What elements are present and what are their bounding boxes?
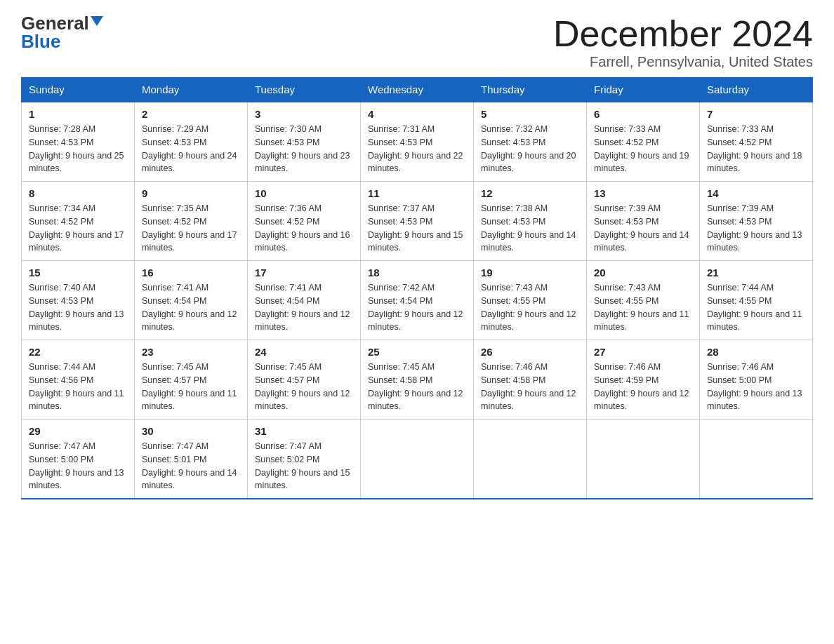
calendar-day-cell: 27Sunrise: 7:46 AMSunset: 4:59 PMDayligh… — [587, 340, 700, 420]
day-number: 20 — [594, 267, 692, 279]
calendar-subtitle: Farrell, Pennsylvania, United States — [553, 54, 813, 70]
day-number: 11 — [368, 187, 466, 199]
calendar-day-cell: 25Sunrise: 7:45 AMSunset: 4:58 PMDayligh… — [361, 340, 474, 420]
calendar-day-cell: 5Sunrise: 7:32 AMSunset: 4:53 PMDaylight… — [474, 102, 587, 182]
day-number: 28 — [707, 346, 805, 358]
day-of-week-header: Sunday — [22, 78, 135, 102]
day-number: 22 — [29, 346, 127, 358]
logo-general-text: General — [21, 14, 89, 32]
day-info: Sunrise: 7:44 AMSunset: 4:55 PMDaylight:… — [707, 281, 805, 334]
day-number: 18 — [368, 267, 466, 279]
day-number: 12 — [481, 187, 579, 199]
calendar-day-cell: 2Sunrise: 7:29 AMSunset: 4:53 PMDaylight… — [135, 102, 248, 182]
day-info: Sunrise: 7:42 AMSunset: 4:54 PMDaylight:… — [368, 281, 466, 334]
calendar-week-row: 22Sunrise: 7:44 AMSunset: 4:56 PMDayligh… — [22, 340, 813, 420]
day-of-week-header: Tuesday — [248, 78, 361, 102]
calendar-header: SundayMondayTuesdayWednesdayThursdayFrid… — [22, 78, 813, 102]
logo-blue-text: Blue — [21, 32, 60, 51]
day-info: Sunrise: 7:34 AMSunset: 4:52 PMDaylight:… — [29, 202, 127, 255]
day-info: Sunrise: 7:46 AMSunset: 5:00 PMDaylight:… — [707, 361, 805, 413]
calendar-day-cell: 13Sunrise: 7:39 AMSunset: 4:53 PMDayligh… — [587, 182, 700, 261]
day-number: 10 — [255, 187, 353, 199]
day-info: Sunrise: 7:35 AMSunset: 4:52 PMDaylight:… — [142, 202, 240, 255]
day-number: 25 — [368, 346, 466, 358]
day-number: 2 — [142, 108, 240, 120]
calendar-day-cell: 23Sunrise: 7:45 AMSunset: 4:57 PMDayligh… — [135, 340, 248, 420]
day-info: Sunrise: 7:47 AMSunset: 5:01 PMDaylight:… — [142, 440, 240, 492]
calendar-day-cell: 29Sunrise: 7:47 AMSunset: 5:00 PMDayligh… — [22, 420, 135, 499]
calendar-day-cell: 9Sunrise: 7:35 AMSunset: 4:52 PMDaylight… — [135, 182, 248, 261]
day-info: Sunrise: 7:33 AMSunset: 4:52 PMDaylight:… — [707, 123, 805, 175]
calendar-day-cell: 22Sunrise: 7:44 AMSunset: 4:56 PMDayligh… — [22, 340, 135, 420]
calendar-day-cell: 26Sunrise: 7:46 AMSunset: 4:58 PMDayligh… — [474, 340, 587, 420]
day-number: 16 — [142, 267, 240, 279]
day-info: Sunrise: 7:39 AMSunset: 4:53 PMDaylight:… — [594, 202, 692, 255]
day-number: 17 — [255, 267, 353, 279]
day-info: Sunrise: 7:28 AMSunset: 4:53 PMDaylight:… — [29, 123, 127, 175]
calendar-day-cell — [700, 420, 813, 499]
day-info: Sunrise: 7:29 AMSunset: 4:53 PMDaylight:… — [142, 123, 240, 175]
title-area: December 2024 Farrell, Pennsylvania, Uni… — [553, 14, 813, 70]
logo-triangle-icon — [91, 16, 103, 26]
day-number: 5 — [481, 108, 579, 120]
calendar-day-cell: 16Sunrise: 7:41 AMSunset: 4:54 PMDayligh… — [135, 261, 248, 340]
day-info: Sunrise: 7:45 AMSunset: 4:57 PMDaylight:… — [255, 361, 353, 413]
calendar-day-cell: 15Sunrise: 7:40 AMSunset: 4:53 PMDayligh… — [22, 261, 135, 340]
day-info: Sunrise: 7:39 AMSunset: 4:53 PMDaylight:… — [707, 202, 805, 255]
calendar-day-cell: 7Sunrise: 7:33 AMSunset: 4:52 PMDaylight… — [700, 102, 813, 182]
day-number: 19 — [481, 267, 579, 279]
calendar-day-cell: 11Sunrise: 7:37 AMSunset: 4:53 PMDayligh… — [361, 182, 474, 261]
day-info: Sunrise: 7:43 AMSunset: 4:55 PMDaylight:… — [594, 281, 692, 334]
calendar-day-cell: 18Sunrise: 7:42 AMSunset: 4:54 PMDayligh… — [361, 261, 474, 340]
calendar-day-cell: 14Sunrise: 7:39 AMSunset: 4:53 PMDayligh… — [700, 182, 813, 261]
logo: General Blue — [21, 14, 103, 51]
day-info: Sunrise: 7:30 AMSunset: 4:53 PMDaylight:… — [255, 123, 353, 175]
calendar-day-cell: 24Sunrise: 7:45 AMSunset: 4:57 PMDayligh… — [248, 340, 361, 420]
page-header: General Blue December 2024 Farrell, Penn… — [21, 14, 813, 70]
day-number: 14 — [707, 187, 805, 199]
day-number: 23 — [142, 346, 240, 358]
calendar-day-cell: 20Sunrise: 7:43 AMSunset: 4:55 PMDayligh… — [587, 261, 700, 340]
calendar-day-cell — [587, 420, 700, 499]
day-number: 29 — [29, 425, 127, 437]
calendar-week-row: 29Sunrise: 7:47 AMSunset: 5:00 PMDayligh… — [22, 420, 813, 499]
day-number: 15 — [29, 267, 127, 279]
day-info: Sunrise: 7:32 AMSunset: 4:53 PMDaylight:… — [481, 123, 579, 175]
calendar-day-cell — [361, 420, 474, 499]
day-info: Sunrise: 7:47 AMSunset: 5:00 PMDaylight:… — [29, 440, 127, 492]
day-number: 9 — [142, 187, 240, 199]
day-info: Sunrise: 7:46 AMSunset: 4:58 PMDaylight:… — [481, 361, 579, 413]
day-info: Sunrise: 7:37 AMSunset: 4:53 PMDaylight:… — [368, 202, 466, 255]
calendar-day-cell: 28Sunrise: 7:46 AMSunset: 5:00 PMDayligh… — [700, 340, 813, 420]
day-number: 8 — [29, 187, 127, 199]
day-number: 3 — [255, 108, 353, 120]
calendar-day-cell: 19Sunrise: 7:43 AMSunset: 4:55 PMDayligh… — [474, 261, 587, 340]
day-number: 26 — [481, 346, 579, 358]
day-info: Sunrise: 7:45 AMSunset: 4:58 PMDaylight:… — [368, 361, 466, 413]
calendar-week-row: 15Sunrise: 7:40 AMSunset: 4:53 PMDayligh… — [22, 261, 813, 340]
day-number: 30 — [142, 425, 240, 437]
calendar-day-cell: 8Sunrise: 7:34 AMSunset: 4:52 PMDaylight… — [22, 182, 135, 261]
day-number: 1 — [29, 108, 127, 120]
day-of-week-header: Wednesday — [361, 78, 474, 102]
day-info: Sunrise: 7:47 AMSunset: 5:02 PMDaylight:… — [255, 440, 353, 492]
calendar-table: SundayMondayTuesdayWednesdayThursdayFrid… — [21, 77, 813, 499]
day-info: Sunrise: 7:44 AMSunset: 4:56 PMDaylight:… — [29, 361, 127, 413]
day-info: Sunrise: 7:41 AMSunset: 4:54 PMDaylight:… — [255, 281, 353, 334]
calendar-day-cell: 12Sunrise: 7:38 AMSunset: 4:53 PMDayligh… — [474, 182, 587, 261]
calendar-day-cell: 10Sunrise: 7:36 AMSunset: 4:52 PMDayligh… — [248, 182, 361, 261]
day-number: 21 — [707, 267, 805, 279]
calendar-day-cell — [474, 420, 587, 499]
day-of-week-header: Saturday — [700, 78, 813, 102]
days-of-week-row: SundayMondayTuesdayWednesdayThursdayFrid… — [22, 78, 813, 102]
day-info: Sunrise: 7:33 AMSunset: 4:52 PMDaylight:… — [594, 123, 692, 175]
calendar-day-cell: 21Sunrise: 7:44 AMSunset: 4:55 PMDayligh… — [700, 261, 813, 340]
day-number: 31 — [255, 425, 353, 437]
calendar-day-cell: 3Sunrise: 7:30 AMSunset: 4:53 PMDaylight… — [248, 102, 361, 182]
day-info: Sunrise: 7:41 AMSunset: 4:54 PMDaylight:… — [142, 281, 240, 334]
day-info: Sunrise: 7:46 AMSunset: 4:59 PMDaylight:… — [594, 361, 692, 413]
calendar-title: December 2024 — [553, 14, 813, 54]
calendar-body: 1Sunrise: 7:28 AMSunset: 4:53 PMDaylight… — [22, 102, 813, 499]
day-of-week-header: Monday — [135, 78, 248, 102]
day-of-week-header: Friday — [587, 78, 700, 102]
